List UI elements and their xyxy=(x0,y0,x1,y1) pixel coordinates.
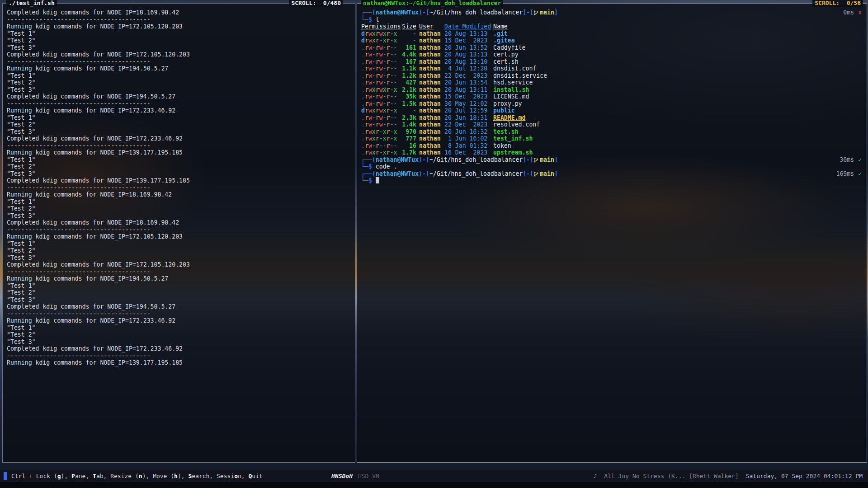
file-date: 20 Aug 13:10 xyxy=(444,58,491,66)
file-row: .rwxr-xr-x1.7knathan16 Dec 2023upstream.… xyxy=(361,149,863,156)
terminal-output-line: "Test 1" xyxy=(7,114,351,122)
command-text: code . xyxy=(372,163,397,170)
file-permissions: .rwxrwxr-x xyxy=(361,86,397,94)
file-row: drwxr-xr-x-nathan15 Dec 2023.gitea xyxy=(361,37,863,44)
clock: Saturday, 07 Sep 2024 04:01:12 PM xyxy=(746,473,863,479)
file-permissions: drwxrwxr-x xyxy=(361,30,397,38)
file-date: 1 Jun 16:02 xyxy=(444,135,491,142)
file-size: 1.7k xyxy=(400,149,416,156)
file-name: .git xyxy=(493,30,863,38)
file-size: - xyxy=(400,107,416,114)
col-header-user: User xyxy=(419,23,442,30)
terminal-output-line: Completed kdig commands for NODE_IP=172.… xyxy=(7,261,351,268)
terminal-output-line: "Test 3" xyxy=(7,86,351,94)
terminal-output-line: ---------------------------------------- xyxy=(7,16,351,23)
file-size: 161 xyxy=(400,44,416,52)
terminal-output-line: Running kdig commands for NODE_IP=172.10… xyxy=(7,233,351,240)
prompt-user-host: nathan@NWTux xyxy=(376,156,419,163)
file-date: 20 Jul 12:59 xyxy=(444,107,491,114)
file-owner: nathan xyxy=(419,135,442,142)
prompt-frame: ┌──( xyxy=(361,170,376,177)
terminal-output-line: ---------------------------------------- xyxy=(7,310,351,318)
file-permissions: .rw-rw-r-- xyxy=(361,79,397,86)
status-bar-right: ♪ All Joy No Stress (K... [Rhett Walker]… xyxy=(594,473,868,479)
terminal-output-line: ---------------------------------------- xyxy=(7,184,351,192)
file-size: 2.3k xyxy=(400,114,416,122)
host-label: HSD VM xyxy=(358,473,379,479)
file-owner: nathan xyxy=(419,121,442,128)
file-name: proxy.py xyxy=(493,100,863,108)
file-date: 20 Jun 18:31 xyxy=(444,114,491,122)
file-permissions: .rw-r--r-- xyxy=(361,142,397,150)
terminal-output-line: ---------------------------------------- xyxy=(7,352,351,360)
success-icon: ✓ xyxy=(858,156,862,164)
terminal-output-line: ---------------------------------------- xyxy=(7,58,351,66)
terminal-output-line: Running kdig commands for NODE_IP=139.17… xyxy=(7,149,351,156)
file-permissions: .rw-rw-r-- xyxy=(361,44,397,52)
file-date: 22 Dec 2023 xyxy=(444,72,491,80)
file-date: 20 Aug 13:11 xyxy=(444,86,491,94)
file-date: 20 Jun 16:32 xyxy=(444,128,491,136)
terminal-output-line: Completed kdig commands for NODE_IP=172.… xyxy=(7,51,351,58)
terminal-output-line: "Test 2" xyxy=(7,331,351,338)
col-header-size: Size xyxy=(400,23,416,30)
file-permissions: drwxr-xr-x xyxy=(361,37,397,44)
file-name: cert.sh xyxy=(493,58,863,66)
terminal-output-line: Running kdig commands for NODE_IP=172.10… xyxy=(7,23,351,30)
pane-test-script[interactable]: ./test_inf.sh SCROLL: 0/480 Completed kd… xyxy=(2,3,355,463)
file-listing-header: PermissionsSizeUserDate ModifiedName xyxy=(361,23,863,30)
file-permissions: .rw-rw-r-- xyxy=(361,114,397,122)
file-row: .rw-rw-r--1.2knathan22 Dec 2023dnsdist.s… xyxy=(361,72,863,80)
file-row: .rw-rw-r--161nathan20 Jun 13:52Caddyfile xyxy=(361,44,863,52)
prompt-header: ┌──(nathan@NWTux)-[~/Git/hns_doh_loadbal… xyxy=(361,170,863,178)
terminal-output-line: Running kdig commands for NODE_IP=139.17… xyxy=(7,359,351,366)
file-size: - xyxy=(400,37,416,44)
file-row: .rw-rw-r--2.3knathan20 Jun 18:31README.m… xyxy=(361,114,863,122)
command-line[interactable]: └─$ xyxy=(361,177,863,184)
file-row: .rw-rw-r--4.4knathan20 Aug 13:13cert.py xyxy=(361,51,863,58)
file-row: .rwxr-xr-x777nathan 1 Jun 16:02test_inf.… xyxy=(361,135,863,142)
file-row: .rw-rw-r--35knathan15 Dec 2023LICENSE.md xyxy=(361,93,863,100)
file-owner: nathan xyxy=(419,79,442,86)
file-date: 16 Dec 2023 xyxy=(444,149,491,156)
file-owner: nathan xyxy=(419,128,442,136)
file-owner: nathan xyxy=(419,100,442,108)
status-bar: Ctrl + Lock (g), Pane, Tab, Resize (n), … xyxy=(0,470,868,482)
keybind-hints: Ctrl + Lock (g), Pane, Tab, Resize (n), … xyxy=(11,473,263,479)
file-date: 22 Dec 2023 xyxy=(444,121,491,128)
git-branch: main xyxy=(533,9,554,16)
pane-shell[interactable]: nathan@NWTux:~/Git/hns_doh_loadbalancer … xyxy=(357,3,867,463)
file-size: 970 xyxy=(400,128,416,136)
file-size: 1.4k xyxy=(400,121,416,128)
file-date: 15 Dec 2023 xyxy=(444,93,491,100)
file-permissions: .rw-rw-r-- xyxy=(361,51,397,58)
file-name: dnsdist.service xyxy=(493,72,863,80)
terminal-output-line: "Test 2" xyxy=(7,121,351,128)
file-size: 35k xyxy=(400,93,416,100)
terminal-output-line: "Test 1" xyxy=(7,282,351,290)
file-permissions: .rwxr-xr-x xyxy=(361,135,397,142)
terminal-output-line: ---------------------------------------- xyxy=(7,226,351,234)
file-row: drwxrwxr-x-nathan20 Aug 13:13.git xyxy=(361,30,863,38)
prompt-header: ┌──(nathan@NWTux)-[~/Git/hns_doh_loadbal… xyxy=(361,156,863,164)
terminal-output-line: Running kdig commands for NODE_IP=18.169… xyxy=(7,191,351,198)
pane-left-content: Completed kdig commands for NODE_IP=18.1… xyxy=(7,9,351,460)
terminal-output-line: "Test 2" xyxy=(7,163,351,170)
terminal-output-line: Running kdig commands for NODE_IP=194.50… xyxy=(7,275,351,282)
file-permissions: .rw-rw-r-- xyxy=(361,72,397,80)
file-owner: nathan xyxy=(419,149,442,156)
file-permissions: .rwxr-xr-x xyxy=(361,128,397,136)
command-line: └─$ code . xyxy=(361,163,863,170)
bottom-strip xyxy=(0,482,868,488)
file-owner: nathan xyxy=(419,58,442,66)
file-name: cert.py xyxy=(493,51,863,58)
command-duration: 30ms xyxy=(840,156,854,164)
file-name: test_inf.sh xyxy=(493,135,863,142)
terminal-output-line: "Test 2" xyxy=(7,37,351,44)
file-date: 15 Dec 2023 xyxy=(444,37,491,44)
terminal-output-line: "Test 3" xyxy=(7,254,351,262)
mode-indicator xyxy=(4,472,7,480)
terminal-output-line: Completed kdig commands for NODE_IP=18.1… xyxy=(7,219,351,226)
file-owner: nathan xyxy=(419,30,442,38)
file-size: 777 xyxy=(400,135,416,142)
